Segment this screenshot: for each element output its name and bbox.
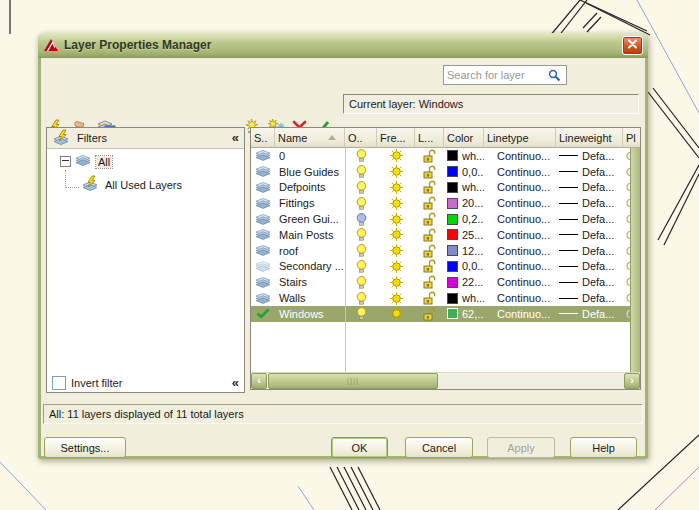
on-toggle-bulb-icon[interactable] — [345, 306, 377, 322]
freeze-toggle-sun-icon[interactable] — [377, 195, 415, 211]
color-swatch[interactable] — [447, 166, 458, 177]
column-header-lineweight[interactable]: Lineweight — [556, 128, 623, 148]
color-cell[interactable]: 12... — [444, 243, 484, 259]
color-swatch[interactable] — [447, 214, 458, 225]
lock-toggle-icon[interactable] — [415, 274, 444, 290]
column-header-on[interactable]: O.. — [345, 128, 377, 148]
on-toggle-bulb-icon[interactable] — [345, 148, 377, 164]
lock-toggle-icon[interactable] — [415, 148, 444, 164]
column-header-plot[interactable]: Pl — [623, 128, 641, 148]
on-toggle-bulb-icon[interactable] — [345, 290, 377, 306]
color-swatch[interactable] — [447, 229, 458, 240]
help-button[interactable]: Help — [570, 437, 637, 458]
linetype-cell[interactable]: Continuo... — [484, 195, 556, 211]
freeze-toggle-sun-icon[interactable] — [377, 164, 415, 180]
color-cell[interactable]: wh... — [444, 290, 484, 306]
color-cell[interactable]: 0,0... — [444, 164, 484, 180]
collapse-panel-chevron-bottom[interactable]: « — [232, 377, 239, 389]
layer-row[interactable]: Defpointswh...Continuo...Defa...Co... — [251, 180, 640, 196]
color-cell[interactable]: 25... — [444, 227, 484, 243]
on-toggle-bulb-icon[interactable] — [345, 259, 377, 275]
color-swatch[interactable] — [447, 293, 458, 304]
settings-button[interactable]: Settings... — [44, 437, 126, 458]
on-toggle-bulb-icon[interactable] — [345, 180, 377, 196]
lineweight-cell[interactable]: Defa... — [556, 195, 623, 211]
linetype-cell[interactable]: Continuo... — [484, 227, 556, 243]
on-toggle-bulb-icon[interactable] — [345, 211, 377, 227]
color-cell[interactable]: 20... — [444, 195, 484, 211]
column-header-status[interactable]: S.. — [251, 128, 275, 148]
on-toggle-bulb-icon[interactable] — [345, 274, 377, 290]
linetype-cell[interactable]: Continuo... — [484, 306, 556, 322]
layer-row[interactable]: Stairs22...Continuo...Defa...Co... — [251, 274, 640, 290]
linetype-cell[interactable]: Continuo... — [484, 274, 556, 290]
layer-row[interactable]: Green Gui...0,2...Continuo...Defa...Co..… — [251, 211, 640, 227]
linetype-cell[interactable]: Continuo... — [484, 211, 556, 227]
linetype-cell[interactable]: Continuo... — [484, 164, 556, 180]
freeze-toggle-sun-icon[interactable] — [377, 227, 415, 243]
filter-tree-node-all[interactable]: All — [60, 155, 112, 168]
color-cell[interactable]: 0,2... — [444, 211, 484, 227]
color-swatch[interactable] — [447, 245, 458, 256]
color-swatch[interactable] — [447, 150, 458, 161]
layer-row[interactable]: Windows62,...Continuo...Defa...Co... — [251, 306, 640, 322]
lock-toggle-icon[interactable] — [415, 243, 444, 259]
lock-toggle-icon[interactable] — [415, 180, 444, 196]
freeze-toggle-sun-icon[interactable] — [377, 148, 415, 164]
layer-row[interactable]: Fittings20...Continuo...Defa...Co... — [251, 195, 640, 211]
column-header-linetype[interactable]: Linetype — [484, 128, 556, 148]
scroll-left-arrow[interactable]: ‹ — [251, 373, 267, 389]
linetype-cell[interactable]: Continuo... — [484, 148, 556, 164]
layer-row[interactable]: Main Posts25...Continuo...Defa...Co... — [251, 227, 640, 243]
on-toggle-bulb-icon[interactable] — [345, 243, 377, 259]
color-swatch[interactable] — [447, 182, 458, 193]
column-header-name[interactable]: Name — [275, 128, 345, 148]
column-header-lock[interactable]: L... — [415, 128, 444, 148]
lock-toggle-icon[interactable] — [415, 259, 444, 275]
column-header-color[interactable]: Color — [444, 128, 484, 148]
lineweight-cell[interactable]: Defa... — [556, 211, 623, 227]
scroll-right-arrow[interactable]: › — [624, 373, 640, 389]
titlebar[interactable]: Layer Properties Manager — [38, 33, 648, 58]
color-cell[interactable]: wh... — [444, 180, 484, 196]
freeze-toggle-sun-icon[interactable] — [377, 211, 415, 227]
close-button[interactable] — [622, 36, 643, 55]
on-toggle-bulb-icon[interactable] — [345, 227, 377, 243]
lineweight-cell[interactable]: Defa... — [556, 274, 623, 290]
column-header-freeze[interactable]: Fre... — [377, 128, 415, 148]
lineweight-cell[interactable]: Defa... — [556, 164, 623, 180]
color-cell[interactable]: 62,... — [444, 306, 484, 322]
collapse-panel-chevron[interactable]: « — [232, 132, 239, 144]
linetype-cell[interactable]: Continuo... — [484, 243, 556, 259]
freeze-toggle-sun-icon[interactable] — [377, 274, 415, 290]
color-cell[interactable]: 0,0... — [444, 259, 484, 275]
on-toggle-bulb-icon[interactable] — [345, 164, 377, 180]
lineweight-cell[interactable]: Defa... — [556, 227, 623, 243]
color-swatch[interactable] — [447, 308, 458, 319]
lock-toggle-icon[interactable] — [415, 195, 444, 211]
lock-toggle-icon[interactable] — [415, 164, 444, 180]
freeze-toggle-sun-icon[interactable] — [377, 259, 415, 275]
color-swatch[interactable] — [447, 277, 458, 288]
lock-toggle-icon[interactable] — [415, 306, 444, 322]
lineweight-cell[interactable]: Defa... — [556, 290, 623, 306]
cancel-button[interactable]: Cancel — [405, 437, 473, 458]
color-cell[interactable]: wh... — [444, 148, 484, 164]
linetype-cell[interactable]: Continuo... — [484, 290, 556, 306]
freeze-toggle-sun-icon[interactable] — [377, 290, 415, 306]
freeze-toggle-sun-icon[interactable] — [377, 306, 415, 322]
layer-row[interactable]: Wallswh...Continuo...Defa...Co... — [251, 290, 640, 306]
linetype-cell[interactable]: Continuo... — [484, 180, 556, 196]
on-toggle-bulb-icon[interactable] — [345, 195, 377, 211]
invert-filter-checkbox[interactable] — [52, 376, 66, 390]
layer-row[interactable]: 0wh...Continuo...Defa...Co... — [251, 148, 640, 164]
color-swatch[interactable] — [447, 198, 458, 209]
freeze-toggle-sun-icon[interactable] — [377, 180, 415, 196]
lineweight-cell[interactable]: Defa... — [556, 180, 623, 196]
color-swatch[interactable] — [447, 261, 458, 272]
tree-collapse-icon[interactable] — [60, 156, 71, 167]
layer-row[interactable]: Secondary ...0,0...Continuo...Defa...Co.… — [251, 259, 640, 275]
layer-row[interactable]: roof12...Continuo...Defa...Co... — [251, 243, 640, 259]
ok-button[interactable]: OK — [331, 437, 388, 458]
vertical-scrollbar[interactable] — [630, 148, 640, 373]
